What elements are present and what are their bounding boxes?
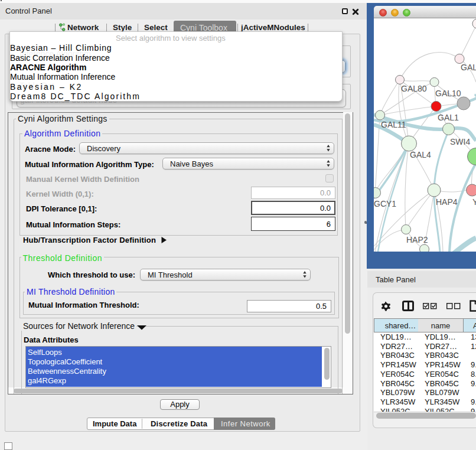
svg-text:GCY1: GCY1: [374, 199, 396, 208]
svg-text:GAL10: GAL10: [435, 89, 461, 98]
svg-text:GAL1: GAL1: [438, 113, 459, 122]
svg-text:GAL11: GAL11: [381, 120, 406, 129]
svg-text:SWI4: SWI4: [450, 137, 470, 146]
svg-text:HAP2: HAP2: [406, 235, 428, 244]
svg-text:GAL7: GAL7: [461, 63, 476, 72]
svg-text:Y: Y: [472, 197, 476, 207]
svg-text:GAL80: GAL80: [401, 84, 427, 93]
svg-text:HAP4: HAP4: [436, 197, 458, 207]
svg-text:GAL4: GAL4: [410, 150, 431, 159]
